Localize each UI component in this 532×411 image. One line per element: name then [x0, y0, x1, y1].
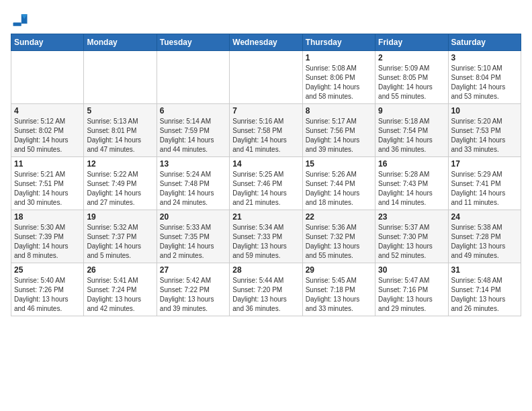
day-number: 16 [378, 159, 445, 169]
day-info: Sunrise: 5:38 AM Sunset: 7:28 PM Dayligh… [451, 223, 518, 261]
day-info: Sunrise: 5:20 AM Sunset: 7:53 PM Dayligh… [451, 117, 518, 154]
day-header-friday: Friday [375, 34, 448, 51]
day-number: 6 [160, 106, 226, 116]
day-number: 13 [160, 159, 226, 169]
day-number: 10 [451, 106, 518, 116]
day-number: 27 [160, 265, 226, 275]
day-info: Sunrise: 5:08 AM Sunset: 8:06 PM Dayligh… [306, 64, 372, 101]
day-info: Sunrise: 5:37 AM Sunset: 7:30 PM Dayligh… [378, 223, 445, 261]
day-info: Sunrise: 5:13 AM Sunset: 8:01 PM Dayligh… [87, 117, 153, 154]
calendar-cell [230, 51, 302, 104]
day-number: 21 [232, 212, 299, 222]
day-number: 20 [160, 212, 226, 222]
calendar-cell: 23Sunrise: 5:37 AM Sunset: 7:30 PM Dayli… [375, 210, 448, 263]
day-info: Sunrise: 5:40 AM Sunset: 7:26 PM Dayligh… [14, 276, 81, 314]
calendar-cell: 13Sunrise: 5:24 AM Sunset: 7:48 PM Dayli… [157, 157, 229, 210]
calendar-week-row: 1Sunrise: 5:08 AM Sunset: 8:06 PM Daylig… [11, 51, 521, 104]
day-number: 14 [232, 159, 299, 169]
calendar-cell: 6Sunrise: 5:14 AM Sunset: 7:59 PM Daylig… [157, 104, 229, 157]
calendar-cell: 30Sunrise: 5:47 AM Sunset: 7:16 PM Dayli… [375, 263, 448, 316]
calendar-cell: 9Sunrise: 5:18 AM Sunset: 7:54 PM Daylig… [375, 104, 448, 157]
day-info: Sunrise: 5:10 AM Sunset: 8:04 PM Dayligh… [451, 64, 518, 101]
day-info: Sunrise: 5:22 AM Sunset: 7:49 PM Dayligh… [87, 170, 153, 208]
day-info: Sunrise: 5:28 AM Sunset: 7:43 PM Dayligh… [378, 170, 445, 208]
calendar-week-row: 18Sunrise: 5:30 AM Sunset: 7:39 PM Dayli… [11, 210, 521, 263]
calendar-cell: 16Sunrise: 5:28 AM Sunset: 7:43 PM Dayli… [375, 157, 448, 210]
calendar-cell: 15Sunrise: 5:26 AM Sunset: 7:44 PM Dayli… [302, 157, 375, 210]
calendar-cell: 27Sunrise: 5:42 AM Sunset: 7:22 PM Dayli… [157, 263, 229, 316]
day-info: Sunrise: 5:33 AM Sunset: 7:35 PM Dayligh… [160, 223, 226, 261]
calendar-cell: 21Sunrise: 5:34 AM Sunset: 7:33 PM Dayli… [230, 210, 302, 263]
day-info: Sunrise: 5:09 AM Sunset: 8:05 PM Dayligh… [378, 64, 445, 101]
day-number: 8 [306, 106, 372, 116]
calendar-cell: 29Sunrise: 5:45 AM Sunset: 7:18 PM Dayli… [302, 263, 375, 316]
calendar-cell: 11Sunrise: 5:21 AM Sunset: 7:51 PM Dayli… [11, 157, 84, 210]
logo [11, 11, 32, 30]
day-info: Sunrise: 5:32 AM Sunset: 7:37 PM Dayligh… [87, 223, 153, 261]
calendar-cell [11, 51, 84, 104]
day-number: 19 [87, 212, 153, 222]
calendar-cell: 4Sunrise: 5:12 AM Sunset: 8:02 PM Daylig… [11, 104, 84, 157]
day-info: Sunrise: 5:34 AM Sunset: 7:33 PM Dayligh… [232, 223, 299, 261]
day-number: 4 [14, 106, 81, 116]
day-number: 9 [378, 106, 445, 116]
calendar-cell: 3Sunrise: 5:10 AM Sunset: 8:04 PM Daylig… [448, 51, 521, 104]
day-info: Sunrise: 5:18 AM Sunset: 7:54 PM Dayligh… [378, 117, 445, 154]
day-number: 5 [87, 106, 153, 116]
day-info: Sunrise: 5:30 AM Sunset: 7:39 PM Dayligh… [14, 223, 81, 261]
calendar-cell: 10Sunrise: 5:20 AM Sunset: 7:53 PM Dayli… [448, 104, 521, 157]
day-info: Sunrise: 5:42 AM Sunset: 7:22 PM Dayligh… [160, 276, 226, 314]
day-info: Sunrise: 5:16 AM Sunset: 7:58 PM Dayligh… [232, 117, 299, 154]
day-info: Sunrise: 5:44 AM Sunset: 7:20 PM Dayligh… [232, 276, 299, 314]
day-number: 22 [306, 212, 372, 222]
day-number: 24 [451, 212, 518, 222]
calendar-cell: 20Sunrise: 5:33 AM Sunset: 7:35 PM Dayli… [157, 210, 229, 263]
calendar-cell: 12Sunrise: 5:22 AM Sunset: 7:49 PM Dayli… [84, 157, 157, 210]
day-header-saturday: Saturday [448, 34, 521, 51]
day-number: 3 [451, 53, 518, 62]
calendar-cell: 24Sunrise: 5:38 AM Sunset: 7:28 PM Dayli… [448, 210, 521, 263]
day-header-monday: Monday [84, 34, 157, 51]
calendar-cell: 8Sunrise: 5:17 AM Sunset: 7:56 PM Daylig… [302, 104, 375, 157]
day-number: 1 [306, 53, 372, 62]
day-number: 31 [451, 265, 518, 275]
calendar-cell: 2Sunrise: 5:09 AM Sunset: 8:05 PM Daylig… [375, 51, 448, 104]
logo-icon [11, 11, 30, 30]
day-info: Sunrise: 5:41 AM Sunset: 7:24 PM Dayligh… [87, 276, 153, 314]
calendar-week-row: 4Sunrise: 5:12 AM Sunset: 8:02 PM Daylig… [11, 104, 521, 157]
calendar-header-row: SundayMondayTuesdayWednesdayThursdayFrid… [11, 34, 521, 51]
day-number: 17 [451, 159, 518, 169]
day-info: Sunrise: 5:25 AM Sunset: 7:46 PM Dayligh… [232, 170, 299, 208]
day-header-tuesday: Tuesday [157, 34, 229, 51]
day-info: Sunrise: 5:12 AM Sunset: 8:02 PM Dayligh… [14, 117, 81, 154]
calendar-cell: 14Sunrise: 5:25 AM Sunset: 7:46 PM Dayli… [230, 157, 302, 210]
calendar-week-row: 25Sunrise: 5:40 AM Sunset: 7:26 PM Dayli… [11, 263, 521, 316]
calendar-week-row: 11Sunrise: 5:21 AM Sunset: 7:51 PM Dayli… [11, 157, 521, 210]
day-number: 29 [306, 265, 372, 275]
day-number: 28 [232, 265, 299, 275]
day-info: Sunrise: 5:26 AM Sunset: 7:44 PM Dayligh… [306, 170, 372, 208]
day-info: Sunrise: 5:21 AM Sunset: 7:51 PM Dayligh… [14, 170, 81, 208]
calendar-cell: 1Sunrise: 5:08 AM Sunset: 8:06 PM Daylig… [302, 51, 375, 104]
svg-rect-3 [13, 23, 21, 26]
day-header-wednesday: Wednesday [230, 34, 302, 51]
day-info: Sunrise: 5:14 AM Sunset: 7:59 PM Dayligh… [160, 117, 226, 154]
calendar-cell: 25Sunrise: 5:40 AM Sunset: 7:26 PM Dayli… [11, 263, 84, 316]
day-info: Sunrise: 5:48 AM Sunset: 7:14 PM Dayligh… [451, 276, 518, 314]
day-info: Sunrise: 5:29 AM Sunset: 7:41 PM Dayligh… [451, 170, 518, 208]
calendar-cell: 22Sunrise: 5:36 AM Sunset: 7:32 PM Dayli… [302, 210, 375, 263]
day-number: 23 [378, 212, 445, 222]
day-number: 30 [378, 265, 445, 275]
day-number: 7 [232, 106, 299, 116]
day-number: 15 [306, 159, 372, 169]
calendar-cell: 26Sunrise: 5:41 AM Sunset: 7:24 PM Dayli… [84, 263, 157, 316]
calendar-cell: 18Sunrise: 5:30 AM Sunset: 7:39 PM Dayli… [11, 210, 84, 263]
calendar-cell: 31Sunrise: 5:48 AM Sunset: 7:14 PM Dayli… [448, 263, 521, 316]
day-number: 25 [14, 265, 81, 275]
day-number: 18 [14, 212, 81, 222]
day-number: 2 [378, 53, 445, 62]
day-number: 11 [14, 159, 81, 169]
calendar-cell [84, 51, 157, 104]
day-number: 26 [87, 265, 153, 275]
day-info: Sunrise: 5:36 AM Sunset: 7:32 PM Dayligh… [306, 223, 372, 261]
